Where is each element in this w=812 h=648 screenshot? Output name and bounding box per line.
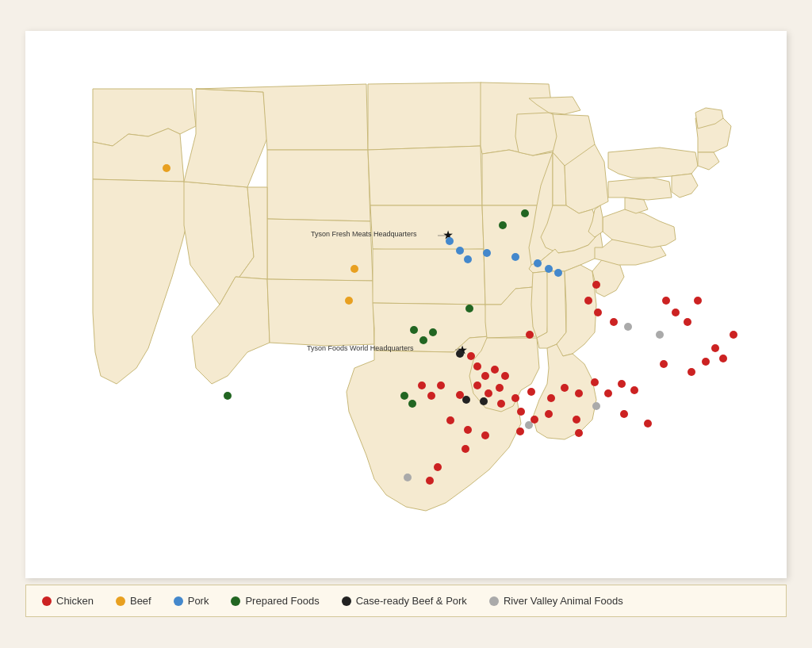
facility-prepared (419, 336, 427, 344)
facility-chicken (702, 358, 710, 366)
facility-pork (511, 253, 519, 261)
facility-chicken (491, 366, 499, 374)
facility-chicken (516, 428, 524, 435)
facility-prepared (429, 328, 437, 336)
facility-pork (464, 255, 472, 263)
pork-dot (174, 596, 183, 606)
facility-chicken (618, 380, 626, 388)
facility-chicken (527, 388, 535, 396)
facility-chicken (604, 389, 612, 397)
facility-chicken (456, 391, 464, 399)
facility-chicken (711, 344, 719, 352)
facility-river-valley (592, 402, 600, 410)
facility-chicken (620, 410, 628, 418)
prepared-foods-dot (231, 596, 240, 606)
facility-chicken (610, 318, 618, 326)
facility-chicken (694, 297, 702, 305)
facility-pork (456, 247, 464, 255)
legend-item-chicken: Chicken (42, 595, 94, 607)
legend: Chicken Beef Pork Prepared Foods Case-re… (25, 585, 787, 617)
facility-case-ready (462, 396, 470, 404)
tfm-hq-label: Tyson Fresh Meats Headquarters (311, 230, 417, 238)
facility-chicken (462, 445, 469, 453)
facility-chicken (575, 429, 583, 437)
river-valley-dot (489, 596, 499, 606)
prepared-foods-label: Prepared Foods (245, 595, 319, 607)
facility-chicken (467, 352, 475, 360)
facility-chicken (730, 331, 737, 339)
facility-prepared (521, 209, 529, 217)
beef-label: Beef (130, 595, 151, 607)
facility-chicken (437, 382, 445, 389)
facility-chicken (545, 410, 553, 418)
facility-chicken (584, 297, 592, 305)
facility-prepared (408, 400, 416, 408)
river-valley-label: River Valley Animal Foods (504, 595, 623, 607)
facility-chicken (497, 400, 505, 408)
facility-pork (554, 269, 562, 277)
facility-chicken (684, 318, 691, 326)
facility-chicken (719, 355, 727, 362)
facility-chicken (561, 384, 569, 392)
facility-chicken (644, 420, 652, 428)
legend-item-pork: Pork (174, 595, 209, 607)
legend-item-prepared-foods: Prepared Foods (231, 595, 319, 607)
facility-chicken (481, 431, 489, 439)
facility-chicken (630, 386, 638, 394)
facility-chicken (511, 394, 519, 402)
facility-chicken (517, 408, 525, 416)
facility-chicken (418, 382, 426, 389)
facility-chicken (446, 416, 454, 424)
facility-pork (483, 249, 491, 257)
facility-prepared (465, 305, 473, 312)
facility-prepared (224, 392, 232, 400)
facility-chicken (662, 297, 670, 305)
facility-river-valley (404, 474, 412, 481)
facility-chicken (434, 463, 442, 471)
chicken-dot (42, 596, 52, 606)
case-ready-label: Case-ready Beef & Pork (356, 595, 467, 607)
facility-chicken (481, 372, 489, 380)
chicken-label: Chicken (56, 595, 94, 607)
facility-chicken (591, 378, 599, 386)
facility-chicken (464, 426, 472, 434)
facility-chicken (530, 416, 538, 424)
facility-beef (350, 265, 358, 273)
facility-pork (545, 265, 553, 273)
facility-river-valley (656, 331, 664, 339)
us-map: Tyson Fresh Meats Headquarters ★ Tyson F… (25, 31, 787, 578)
facility-chicken (427, 392, 435, 400)
facility-chicken (501, 372, 509, 380)
facility-chicken (573, 416, 580, 424)
legend-item-river-valley: River Valley Animal Foods (489, 595, 623, 607)
facility-chicken (660, 360, 668, 368)
facility-chicken (547, 394, 555, 402)
facility-beef (345, 297, 353, 305)
facility-chicken (688, 368, 695, 376)
facility-beef (163, 164, 170, 172)
legend-item-case-ready: Case-ready Beef & Pork (342, 595, 467, 607)
facility-chicken (526, 331, 534, 339)
facility-prepared (400, 392, 408, 400)
facility-case-ready (480, 397, 488, 405)
facility-prepared (499, 221, 507, 229)
facility-chicken (485, 389, 492, 397)
facility-chicken (496, 384, 504, 392)
facility-chicken (575, 389, 583, 397)
legend-item-beef: Beef (116, 595, 151, 607)
facility-chicken (592, 281, 600, 289)
facility-pork (446, 237, 454, 245)
facility-prepared (410, 326, 418, 334)
facility-chicken (426, 477, 434, 485)
facility-chicken (672, 309, 680, 316)
facility-chicken (473, 362, 481, 370)
case-ready-dot (342, 596, 351, 606)
pork-label: Pork (188, 595, 209, 607)
tf-hq-label: Tyson Foods World Headquarters (307, 344, 414, 352)
map-container: Tyson Fresh Meats Headquarters ★ Tyson F… (25, 31, 787, 578)
facility-case-ready (456, 350, 464, 358)
facility-river-valley (624, 323, 632, 331)
facility-chicken (473, 382, 481, 389)
facility-pork (534, 259, 542, 267)
beef-dot (116, 596, 125, 606)
